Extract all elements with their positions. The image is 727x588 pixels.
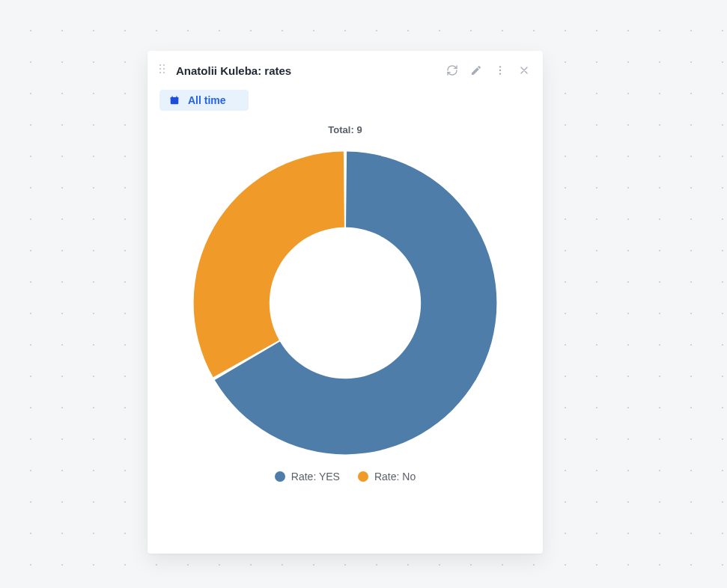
svg-point-2 xyxy=(499,73,501,74)
refresh-icon[interactable] xyxy=(445,64,459,77)
card-actions xyxy=(445,64,531,77)
legend-item[interactable]: Rate: YES xyxy=(275,471,340,483)
time-filter-label: All time xyxy=(188,94,226,106)
chart-area: Total: 9 Rate: YESRate: No xyxy=(159,111,531,542)
time-filter-chip[interactable]: All time xyxy=(159,90,249,111)
more-icon[interactable] xyxy=(493,64,507,77)
legend-label: Rate: YES xyxy=(291,471,340,483)
chart-total-label: Total: 9 xyxy=(328,124,362,135)
filter-row: All time xyxy=(159,90,531,111)
donut-slice[interactable] xyxy=(194,152,344,378)
edit-icon[interactable] xyxy=(469,64,483,77)
svg-rect-6 xyxy=(176,96,177,98)
donut-chart xyxy=(180,138,510,468)
close-icon[interactable] xyxy=(517,64,531,77)
legend-swatch xyxy=(358,471,368,482)
card-header: Anatolii Kuleba: rates xyxy=(159,60,531,81)
legend-swatch xyxy=(275,471,285,482)
calendar-icon xyxy=(168,95,180,105)
chart-card: Anatolii Kuleba: rates xyxy=(147,51,543,554)
drag-handle-icon[interactable] xyxy=(159,64,167,76)
legend-item[interactable]: Rate: No xyxy=(358,471,416,483)
svg-rect-4 xyxy=(171,97,179,99)
svg-point-0 xyxy=(499,66,501,67)
chart-legend: Rate: YESRate: No xyxy=(275,471,416,483)
svg-rect-5 xyxy=(172,96,173,98)
card-title: Anatolii Kuleba: rates xyxy=(176,64,291,77)
svg-point-1 xyxy=(499,70,501,71)
legend-label: Rate: No xyxy=(374,471,416,483)
